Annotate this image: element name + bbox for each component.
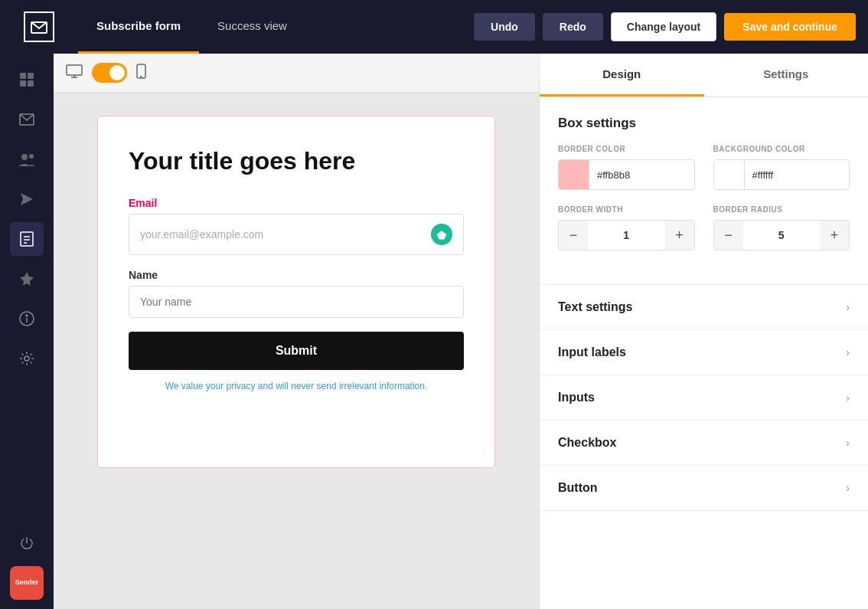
email-label: Email (129, 197, 464, 209)
sidebar-item-forms[interactable] (10, 222, 44, 256)
svg-point-17 (24, 356, 29, 361)
checkbox-label: Checkbox (558, 436, 616, 450)
border-radius-value: 5 (743, 229, 821, 241)
sidebar-item-settings[interactable] (10, 342, 44, 375)
tab-subscribe-form[interactable]: Subscribe form (78, 0, 199, 54)
sidebar-item-power[interactable] (10, 526, 44, 560)
desktop-icon[interactable] (66, 64, 83, 82)
box-settings-title: Box settings (558, 116, 850, 131)
mobile-icon[interactable] (136, 64, 146, 83)
background-color-value: #ffffff (745, 169, 850, 181)
border-radius-increase[interactable]: + (820, 220, 849, 250)
text-settings-label: Text settings (558, 300, 633, 314)
button-chevron: › (846, 482, 850, 494)
border-radius-label: BORDER RADIUS (713, 205, 850, 214)
input-labels-label: Input labels (558, 345, 626, 359)
inputs-section[interactable]: Inputs › (540, 375, 868, 421)
number-row: BORDER WIDTH − 1 + BORDER RADIUS − 5 + (558, 205, 850, 250)
canvas-content: Your title goes here Email your.email@ex… (54, 93, 539, 609)
checkbox-chevron: › (846, 437, 850, 449)
inputs-label: Inputs (558, 391, 595, 404)
inputs-chevron: › (846, 391, 850, 404)
redo-button[interactable]: Redo (543, 13, 603, 41)
canvas-toolbar (54, 54, 539, 93)
svg-rect-3 (20, 80, 26, 87)
submit-button[interactable]: Submit (129, 332, 464, 370)
email-input-display[interactable]: your.email@example.com (129, 214, 464, 255)
panel-tab-settings[interactable]: Settings (704, 54, 869, 97)
panel-tabs: Design Settings (540, 54, 868, 97)
border-color-group: BORDER COLOR #ffb8b8 (558, 145, 695, 190)
border-radius-stepper: − 5 + (713, 220, 850, 250)
background-color-group: BACKGROUND COLOR #ffffff (713, 145, 850, 190)
name-label: Name (129, 269, 464, 281)
border-color-input[interactable]: #ffb8b8 (558, 159, 695, 190)
svg-rect-9 (21, 232, 33, 246)
svg-point-7 (29, 154, 34, 159)
tab-success-view[interactable]: Success view (199, 0, 305, 54)
sidebar-item-info[interactable] (10, 302, 44, 336)
save-continue-button[interactable]: Save and continue (724, 13, 856, 41)
border-width-group: BORDER WIDTH − 1 + (558, 205, 695, 250)
text-settings-chevron: › (846, 301, 850, 313)
top-nav: Subscribe form Success view Undo Redo Ch… (0, 0, 868, 54)
email-icon (431, 224, 452, 245)
background-color-input[interactable]: #ffffff (713, 159, 850, 190)
undo-button[interactable]: Undo (474, 13, 535, 41)
border-width-label: BORDER WIDTH (558, 205, 695, 214)
nav-actions: Undo Redo Change layout Save and continu… (474, 12, 856, 41)
border-width-decrease[interactable]: − (559, 220, 588, 250)
name-input[interactable] (129, 286, 464, 318)
panel-tab-design[interactable]: Design (540, 54, 704, 97)
box-settings-section: Box settings BORDER COLOR #ffb8b8 BACKGR… (540, 97, 868, 285)
svg-rect-1 (20, 73, 26, 79)
background-color-swatch[interactable] (714, 159, 745, 190)
sidebar-item-dashboard[interactable] (10, 63, 44, 97)
input-labels-chevron: › (846, 346, 850, 359)
sidebar: Sender (0, 54, 54, 609)
form-title: Your title goes here (129, 147, 464, 175)
sidebar-item-mail[interactable] (10, 103, 44, 136)
logo-icon (24, 11, 54, 42)
input-labels-section[interactable]: Input labels › (540, 330, 868, 375)
canvas-area: Your title goes here Email your.email@ex… (54, 54, 539, 609)
svg-marker-8 (21, 193, 33, 205)
svg-marker-13 (20, 272, 34, 286)
border-radius-group: BORDER RADIUS − 5 + (713, 205, 850, 250)
view-toggle[interactable] (92, 63, 127, 83)
logo-area (12, 11, 66, 42)
email-placeholder-text: your.email@example.com (140, 228, 263, 241)
border-radius-decrease[interactable]: − (714, 220, 743, 250)
border-color-label: BORDER COLOR (558, 145, 695, 153)
svg-rect-4 (28, 80, 34, 87)
main-area: Sender Your title goes (0, 54, 868, 609)
background-color-label: BACKGROUND COLOR (713, 145, 850, 153)
text-settings-section[interactable]: Text settings › (540, 285, 868, 330)
button-label: Button (558, 481, 598, 495)
svg-marker-23 (437, 231, 447, 239)
border-width-stepper: − 1 + (558, 220, 695, 250)
nav-tabs: Subscribe form Success view (78, 0, 474, 54)
sidebar-item-contacts[interactable] (10, 142, 44, 176)
sidebar-item-automation[interactable] (10, 262, 44, 296)
button-section[interactable]: Button › (540, 466, 868, 511)
svg-point-6 (21, 154, 28, 160)
color-row: BORDER COLOR #ffb8b8 BACKGROUND COLOR #f… (558, 145, 850, 190)
change-layout-button[interactable]: Change layout (611, 12, 716, 41)
border-color-swatch[interactable] (559, 159, 589, 190)
svg-rect-18 (67, 65, 82, 75)
privacy-text: We value your privacy and will never sen… (129, 381, 464, 391)
checkbox-section[interactable]: Checkbox › (540, 421, 868, 466)
svg-rect-2 (28, 73, 34, 79)
right-panel: Design Settings Box settings BORDER COLO… (539, 54, 868, 609)
sidebar-item-send[interactable] (10, 182, 44, 216)
sidebar-avatar[interactable]: Sender (10, 566, 44, 600)
svg-point-16 (26, 315, 28, 316)
border-width-increase[interactable]: + (665, 220, 694, 250)
border-color-value: #ffb8b8 (589, 169, 694, 181)
form-card: Your title goes here Email your.email@ex… (97, 116, 495, 468)
border-width-value: 1 (588, 229, 665, 241)
